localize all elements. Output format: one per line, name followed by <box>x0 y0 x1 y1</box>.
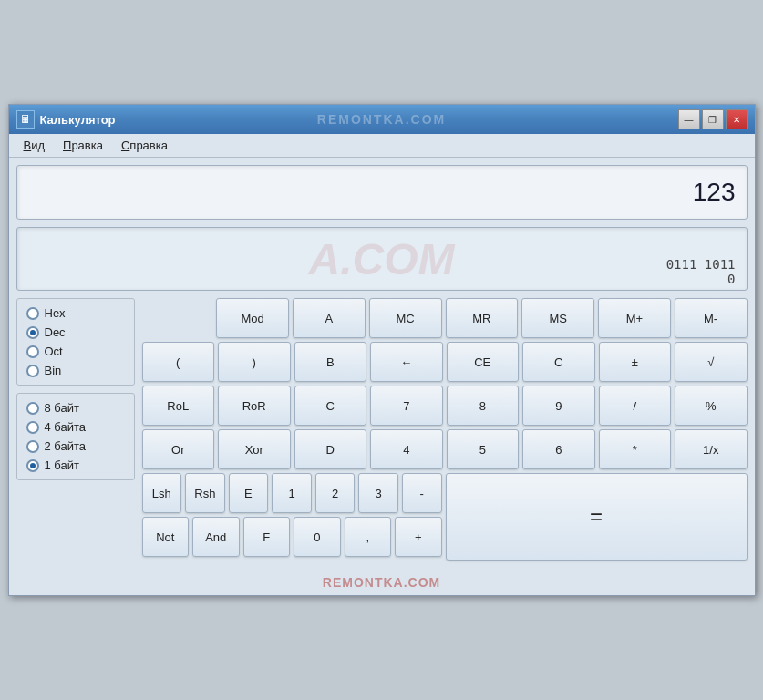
btn-row-5-wrapper: Lsh Rsh E 1 2 3 - Not And F 0 , <box>142 473 748 561</box>
binary-line1: 0111 1011 <box>666 257 736 272</box>
btn-7[interactable]: 7 <box>370 386 443 426</box>
radio-hex-label: Hex <box>45 306 66 320</box>
btn-a[interactable]: A <box>293 298 366 338</box>
watermark-body: A.COM <box>309 234 455 284</box>
btn-e[interactable]: E <box>229 473 269 513</box>
btn-4[interactable]: 4 <box>370 429 443 469</box>
radio-dec[interactable]: Dec <box>26 325 125 339</box>
binary-line2: 0 <box>727 272 735 286</box>
btn-f[interactable]: F <box>243 517 291 557</box>
btn-row-5: Lsh Rsh E 1 2 3 - <box>142 473 442 513</box>
btn-3[interactable]: 3 <box>358 473 398 513</box>
btn-8[interactable]: 8 <box>447 386 520 426</box>
btn-comma[interactable]: , <box>345 517 392 557</box>
radio-8byte-circle <box>26 402 39 415</box>
btn-empty <box>142 298 213 338</box>
calc-body: Hex Dec Oct Bin 8 байт <box>16 298 748 564</box>
btn-mminus[interactable]: M- <box>675 298 748 338</box>
btn-ce[interactable]: CE <box>447 342 520 382</box>
btn-div[interactable]: / <box>599 386 672 426</box>
window-title: Калькулятор <box>40 113 116 127</box>
btn-mc[interactable]: MC <box>369 298 442 338</box>
radio-8byte-label: 8 байт <box>45 401 79 415</box>
btn-c[interactable]: C <box>522 342 595 382</box>
btn-rsh[interactable]: Rsh <box>185 473 225 513</box>
close-button[interactable]: ✕ <box>726 109 748 129</box>
btn-minus[interactable]: - <box>402 473 442 513</box>
radio-bin-label: Bin <box>45 364 62 377</box>
btn-rows-5-6: Lsh Rsh E 1 2 3 - Not And F 0 , <box>142 473 442 561</box>
window-controls: — ❐ ✕ <box>678 109 748 129</box>
radio-hex[interactable]: Hex <box>26 306 125 320</box>
btn-row-2: ( ) B ← CE C ± √ <box>142 342 748 382</box>
binary-area: A.COM 0111 1011 0 <box>16 227 748 291</box>
btn-and[interactable]: And <box>192 517 240 557</box>
radio-oct[interactable]: Oct <box>26 345 125 358</box>
radio-2byte[interactable]: 2 байта <box>26 439 125 453</box>
app-icon: 🖩 <box>16 110 35 129</box>
buttons-area: Mod A MC MR MS M+ M- ( ) B ← CE C ± √ <box>142 298 748 564</box>
btn-row-3: RoL RoR C 7 8 9 / % <box>142 386 748 426</box>
btn-chex[interactable]: C <box>294 386 367 426</box>
display-value: 123 <box>693 178 736 207</box>
base-radio-group: Hex Dec Oct Bin <box>16 298 135 386</box>
radio-dec-label: Dec <box>45 325 66 339</box>
calculator-window: 🖩 Калькулятор REMONTKA.COM — ❐ ✕ Вид Пра… <box>8 104 756 596</box>
btn-not[interactable]: Not <box>142 517 190 557</box>
left-panel: Hex Dec Oct Bin 8 байт <box>16 298 135 564</box>
title-bar-left: 🖩 Калькулятор <box>16 110 116 129</box>
btn-rparen[interactable]: ) <box>218 342 291 382</box>
btn-ror[interactable]: RoR <box>218 386 291 426</box>
btn-mplus[interactable]: M+ <box>598 298 671 338</box>
btn-mr[interactable]: MR <box>446 298 519 338</box>
btn-row-1: Mod A MC MR MS M+ M- <box>142 298 748 338</box>
radio-8byte[interactable]: 8 байт <box>26 401 125 415</box>
radio-2byte-label: 2 байта <box>45 439 87 453</box>
btn-mod[interactable]: Mod <box>216 298 289 338</box>
btn-row-4: Or Xor D 4 5 6 * 1/x <box>142 429 748 469</box>
radio-4byte-label: 4 байта <box>45 420 87 434</box>
btn-plus[interactable]: + <box>395 517 442 557</box>
btn-rol[interactable]: RoL <box>142 386 215 426</box>
btn-plusminus[interactable]: ± <box>599 342 672 382</box>
menu-bar: Вид Правка Справка <box>9 134 755 158</box>
radio-bin-circle <box>26 365 39 377</box>
radio-1byte[interactable]: 1 байт <box>26 458 125 472</box>
btn-ms[interactable]: MS <box>521 298 594 338</box>
btn-or[interactable]: Or <box>142 429 215 469</box>
btn-inv[interactable]: 1/x <box>675 429 748 469</box>
minimize-button[interactable]: — <box>678 109 700 129</box>
radio-1byte-label: 1 байт <box>45 458 79 472</box>
title-bar: 🖩 Калькулятор REMONTKA.COM — ❐ ✕ <box>9 105 755 134</box>
btn-1[interactable]: 1 <box>272 473 312 513</box>
btn-d[interactable]: D <box>294 429 367 469</box>
btn-percent[interactable]: % <box>675 386 748 426</box>
btn-6[interactable]: 6 <box>522 429 595 469</box>
restore-button[interactable]: ❐ <box>702 109 724 129</box>
btn-backspace[interactable]: ← <box>370 342 443 382</box>
radio-2byte-circle <box>26 440 39 453</box>
radio-4byte-circle <box>26 421 39 434</box>
menu-pravka[interactable]: Правка <box>56 136 110 155</box>
binary-row1: 0111 1011 <box>666 257 736 272</box>
btn-5[interactable]: 5 <box>447 429 520 469</box>
btn-0[interactable]: 0 <box>294 517 341 557</box>
btn-equals[interactable]: = <box>446 473 748 561</box>
radio-hex-circle <box>26 307 39 320</box>
watermark-title: REMONTKA.COM <box>317 112 446 127</box>
menu-spravka[interactable]: Справка <box>114 136 175 155</box>
radio-dec-circle <box>26 326 39 339</box>
btn-b[interactable]: B <box>294 342 367 382</box>
btn-sqrt[interactable]: √ <box>675 342 748 382</box>
btn-mul[interactable]: * <box>599 429 672 469</box>
radio-oct-circle <box>26 345 39 358</box>
radio-1byte-circle <box>26 459 39 472</box>
radio-bin[interactable]: Bin <box>26 364 125 377</box>
btn-2[interactable]: 2 <box>315 473 356 513</box>
btn-xor[interactable]: Xor <box>218 429 291 469</box>
btn-9[interactable]: 9 <box>522 386 595 426</box>
radio-4byte[interactable]: 4 байта <box>26 420 125 434</box>
btn-lsh[interactable]: Lsh <box>142 473 182 513</box>
menu-vid[interactable]: Вид <box>16 136 53 155</box>
btn-lparen[interactable]: ( <box>142 342 215 382</box>
